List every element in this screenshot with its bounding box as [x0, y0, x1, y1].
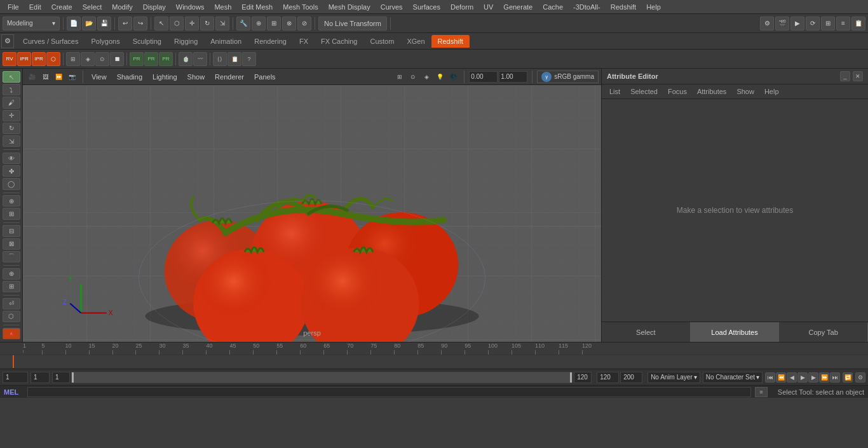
attr-tool2[interactable]: ⊞	[3, 281, 20, 292]
menu-modify[interactable]: Modify	[107, 2, 137, 12]
cluster-tool[interactable]: ⊠	[3, 238, 20, 250]
vp-panels-menu[interactable]: Panels	[250, 72, 280, 82]
tab-rigging[interactable]: Rigging	[168, 35, 204, 48]
attr-select-btn[interactable]: Select	[602, 322, 691, 342]
attr-close-btn[interactable]: ✕	[853, 71, 863, 81]
vp-light-icon[interactable]: 💡	[433, 71, 446, 83]
pb-next-key[interactable]: ⏩	[819, 372, 829, 383]
current-frame-display[interactable]: 120	[597, 372, 619, 383]
tab-sculpting[interactable]: Sculpting	[126, 35, 168, 48]
pb-prev-key[interactable]: ⏪	[776, 372, 786, 383]
redo-btn[interactable]: ↪	[133, 17, 147, 31]
pb-prev-start[interactable]: ⏮	[765, 372, 775, 383]
move-tool-btn[interactable]: ✛	[185, 17, 199, 31]
tab-xgen[interactable]: XGen	[400, 35, 431, 48]
menu-windows[interactable]: Windows	[171, 2, 210, 12]
rs-pr3[interactable]: PR	[159, 52, 173, 66]
current-frame-field[interactable]: 1	[3, 372, 28, 383]
vp-tex-icon[interactable]: ◈	[420, 71, 433, 83]
tab-redshift[interactable]: Redshift	[431, 35, 470, 48]
new-scene-btn[interactable]: 📄	[67, 17, 81, 31]
select-tool-btn[interactable]: ↖	[154, 17, 168, 31]
menu-display[interactable]: Display	[138, 2, 171, 12]
rs-bottom-btn[interactable]: 🔺	[3, 328, 20, 339]
channel-box-btn[interactable]: ≡	[836, 17, 850, 31]
tab-animation[interactable]: Animation	[204, 35, 248, 48]
scale-tool[interactable]: ⇲	[3, 135, 20, 147]
ipr-btn[interactable]: ▶	[790, 17, 804, 31]
char-set-dropdown[interactable]: No Character Set ▾	[703, 372, 763, 383]
vp-cam2-icon[interactable]: 📷	[65, 71, 78, 83]
lasso-tool-btn[interactable]: ⬡	[170, 17, 184, 31]
open-scene-btn[interactable]: 📂	[82, 17, 96, 31]
pb-loop-btn[interactable]: 🔁	[843, 372, 853, 383]
vp-lighting-menu[interactable]: Lighting	[149, 72, 181, 82]
vp-seq-icon[interactable]: ⏩	[52, 71, 65, 83]
rotate-tool-btn[interactable]: ↻	[200, 17, 214, 31]
attr-nav-list[interactable]: List	[607, 86, 623, 97]
playback-range-start[interactable]: 1	[52, 372, 70, 383]
attr-minimize-btn[interactable]: _	[840, 71, 850, 81]
save-scene-btn[interactable]: 💾	[97, 17, 111, 31]
rs-bowl-icon[interactable]: 🍵	[179, 52, 193, 66]
attr-editor-btn[interactable]: 📋	[851, 17, 865, 31]
menu-surfaces[interactable]: Surfaces	[408, 2, 445, 12]
timeline-slider[interactable]	[71, 372, 573, 383]
menu-edit-mesh[interactable]: Edit Mesh	[236, 2, 278, 12]
snap4-btn[interactable]: ⊗	[282, 17, 296, 31]
tab-curves-surfaces[interactable]: Curves / Surfaces	[17, 35, 85, 48]
select-tool[interactable]: ↖	[3, 71, 20, 83]
move-tool[interactable]: ✛	[3, 110, 20, 121]
universal-manip[interactable]: ✤	[3, 165, 20, 177]
max-frame-field[interactable]: 200	[620, 372, 642, 383]
attr-nav-show[interactable]: Show	[734, 86, 757, 97]
vp-renderer-menu[interactable]: Renderer	[211, 72, 248, 82]
gamma-display[interactable]: γ sRGB gamma	[537, 71, 599, 83]
vp-show-menu[interactable]: Show	[184, 72, 209, 82]
pb-next-end[interactable]: ⏭	[830, 372, 840, 383]
anim-tool[interactable]: ⏎	[3, 298, 20, 309]
snap-grid[interactable]: ⊞	[3, 208, 20, 219]
bend-tool[interactable]: ⌒	[3, 251, 20, 262]
show-hide-tool[interactable]: 👁	[3, 153, 20, 164]
snap-pts[interactable]: ⊕	[3, 195, 20, 207]
rs-pr1[interactable]: PR	[130, 52, 144, 66]
undo-btn[interactable]: ↩	[118, 17, 132, 31]
rs-ipr-btn[interactable]: IPR	[17, 52, 31, 66]
rs-ipr2-btn[interactable]: IPR	[32, 52, 46, 66]
vp-cam-icon[interactable]: 🎥	[25, 71, 38, 83]
tab-rendering[interactable]: Rendering	[248, 35, 293, 48]
rs-pr2[interactable]: PR	[144, 52, 158, 66]
vp-wireframe-icon[interactable]: ⊞	[393, 71, 406, 83]
rs-rv-btn[interactable]: RV	[3, 52, 17, 66]
vp-shading-menu[interactable]: Shading	[113, 72, 146, 82]
rs-help-icon[interactable]: ?	[242, 52, 256, 66]
rs-wave-icon[interactable]: 〰	[193, 52, 207, 66]
rs-icon8[interactable]: 🔲	[110, 52, 124, 66]
scale-tool-btn[interactable]: ⇲	[215, 17, 229, 31]
rs-icon7[interactable]: ⊙	[95, 52, 109, 66]
display-tool[interactable]: ⬡	[3, 311, 20, 322]
rs-icon5[interactable]: ⊞	[66, 52, 80, 66]
attr-nav-attributes[interactable]: Attributes	[695, 86, 729, 97]
tab-polygons[interactable]: Polygons	[85, 35, 126, 48]
menu-deform[interactable]: Deform	[445, 2, 478, 12]
timeline-handle-right[interactable]	[570, 372, 572, 383]
render-settings-btn[interactable]: ⚙	[760, 17, 774, 31]
mode-dropdown[interactable]: Modeling ▾	[3, 17, 60, 31]
frame-field2[interactable]: 1	[31, 372, 50, 383]
snap2-btn[interactable]: ⊕	[252, 17, 266, 31]
timeline-ruler[interactable]: 1510152025303540455055606570758085909510…	[0, 343, 868, 355]
menu-cache[interactable]: Cache	[538, 2, 568, 12]
menu-3dtoall[interactable]: -3DtoAll-	[568, 2, 606, 12]
attr-copy-tab-btn[interactable]: Copy Tab	[779, 322, 868, 342]
mel-input[interactable]	[27, 387, 751, 397]
snap-btn[interactable]: 🔧	[236, 17, 250, 31]
render-view-btn[interactable]: 🎬	[775, 17, 789, 31]
menu-uv[interactable]: UV	[478, 2, 498, 12]
menu-generate[interactable]: Generate	[498, 2, 538, 12]
attr-tool1[interactable]: ⊕	[3, 268, 20, 280]
vp-img-icon[interactable]: 🖼	[39, 71, 51, 83]
rs-code-icon[interactable]: ⟨⟩	[213, 52, 227, 66]
pb-play[interactable]: ▶	[797, 372, 808, 383]
